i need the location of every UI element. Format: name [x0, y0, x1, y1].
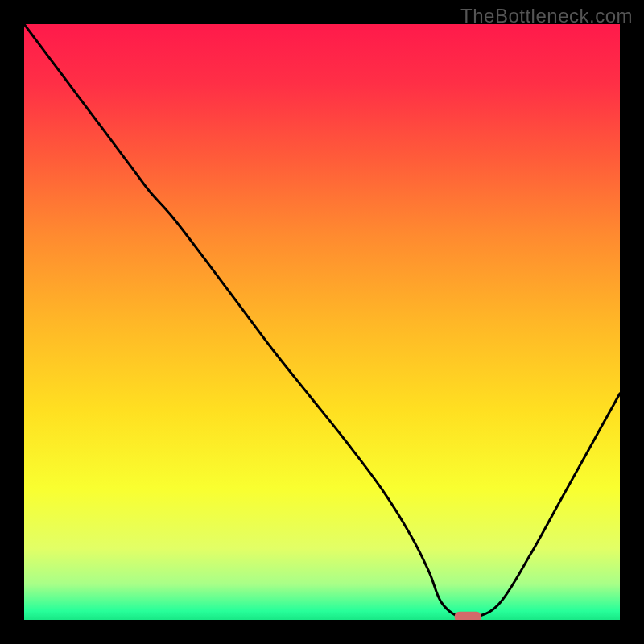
chart-svg [24, 24, 620, 620]
chart-plot-area [24, 24, 620, 620]
optimal-marker [455, 612, 481, 620]
watermark-text: TheBottleneck.com [460, 5, 633, 27]
chart-background [24, 24, 620, 620]
